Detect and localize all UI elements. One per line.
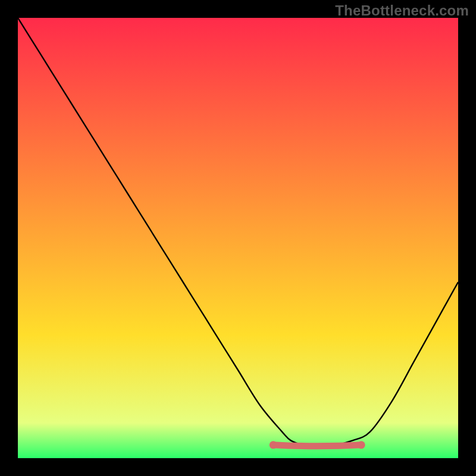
chart-svg [18, 18, 458, 458]
highlight-dot-left [270, 441, 277, 449]
gradient-background [18, 18, 458, 458]
highlight-dot-right [358, 441, 365, 449]
chart-container: TheBottleneck.com [0, 0, 476, 476]
highlight-segment [273, 445, 361, 446]
plot-area [18, 18, 458, 458]
watermark-text: TheBottleneck.com [335, 2, 469, 19]
